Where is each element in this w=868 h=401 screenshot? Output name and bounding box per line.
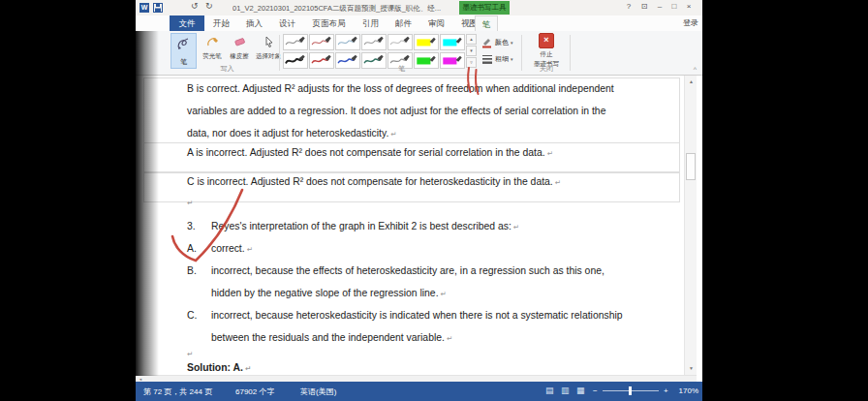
line-break-mark: ↵: [245, 364, 251, 373]
ribbon-pen-tab-panel: 笔 荧光笔 橡皮擦 选择对象 写入 ▴ ▾ ▿: [136, 31, 702, 76]
help-button[interactable]: ?: [622, 2, 636, 11]
doc-line-solution: Solution: A.↵: [187, 362, 251, 373]
gallery-scroll-up-button[interactable]: ▴: [466, 34, 477, 45]
highlighter-style-swatch[interactable]: [414, 34, 439, 50]
zoom-in-button[interactable]: +: [664, 386, 668, 395]
eraser-button[interactable]: 橡皮擦: [227, 34, 252, 61]
zoom-level[interactable]: 170%: [679, 386, 698, 395]
write-group-label: 写入: [170, 64, 284, 74]
pen-style-swatch[interactable]: [309, 34, 334, 50]
cursor-arrow-icon: [263, 35, 275, 47]
doc-line: B.incorrect, because the effects of hete…: [187, 265, 604, 276]
line-break-mark: ↵: [247, 245, 253, 254]
web-layout-view-icon[interactable]: ▦: [576, 386, 585, 395]
ink-color-icon: [481, 37, 493, 48]
paragraph-mark: ↵: [187, 350, 193, 358]
eraser-button-label: 橡皮擦: [227, 52, 252, 61]
group-divider: [521, 35, 522, 71]
doc-line: variables are added to a regression. It …: [187, 106, 605, 116]
chevron-down-icon: ▾: [511, 56, 513, 62]
stop-inking-icon: ×: [539, 33, 554, 48]
pen-icon: [176, 37, 191, 51]
collapse-ribbon-icon[interactable]: ^: [694, 66, 697, 73]
ink-color-button[interactable]: 颜色 ▾: [481, 37, 513, 48]
word-window: W ↺ ↻ 01_V2_20210301_202105CFA二级百题预测_授课版…: [136, 0, 702, 401]
highlighter-icon: [206, 35, 219, 47]
tab-mailings[interactable]: 邮件: [388, 15, 419, 31]
zoom-out-button[interactable]: −: [593, 386, 598, 395]
highlighter-style-swatch[interactable]: [440, 34, 465, 50]
title-bar: W ↺ ↻ 01_V2_20210301_202105CFA二级百题预测_授课版…: [136, 0, 702, 15]
document-area[interactable]: B is correct. Adjusted R² adjusts for th…: [136, 76, 684, 375]
doc-line: hidden by the negative slope of the regr…: [211, 288, 447, 298]
minimize-button[interactable]: –: [653, 2, 666, 11]
paragraph-mark: ↵: [187, 199, 193, 207]
pens-group-label: 笔: [283, 64, 520, 74]
ink-tools-contextual-label: 墨迹书写工具: [459, 1, 510, 15]
ink-color-label: 颜色: [495, 38, 509, 47]
status-bar: 第 72 页，共 244 页 67902 个字 英语(美国) ▤ ▥ ▦ − +…: [136, 382, 702, 401]
tab-page-layout[interactable]: 页面布局: [304, 15, 354, 31]
doc-line: C is incorrect. Adjusted R² does not com…: [187, 176, 561, 187]
highlighter-button-label: 荧光笔: [200, 52, 225, 61]
ribbon-display-options-button[interactable]: ⊡: [637, 2, 651, 11]
pen-style-swatch[interactable]: [388, 34, 413, 50]
line-break-mark: ↵: [513, 223, 519, 231]
line-break-mark: ↵: [447, 334, 452, 343]
document-title: 01_V2_20210301_202105CFA二级百题预测_授课版_职伦、经.…: [232, 4, 441, 14]
doc-line: between the residuals and the independen…: [211, 332, 452, 343]
doc-line: data, nor does it adjust for heteroskeda…: [187, 128, 397, 139]
scroll-up-icon[interactable]: ▲: [686, 77, 697, 87]
line-break-mark: ↵: [555, 178, 561, 187]
pen-style-swatch[interactable]: [335, 34, 360, 50]
doc-line: A is incorrect. Adjusted R² does not com…: [187, 147, 553, 158]
highlighter-button[interactable]: 荧光笔: [200, 34, 225, 61]
doc-line: B is correct. Adjusted R² adjusts for th…: [187, 83, 614, 94]
pen-style-swatch[interactable]: [361, 34, 387, 50]
close-button[interactable]: ×: [682, 2, 696, 11]
restore-button[interactable]: □: [667, 2, 681, 11]
redo-icon[interactable]: ↻: [205, 1, 213, 11]
tab-pen-contextual[interactable]: 笔: [475, 15, 498, 31]
scrollbar-thumb[interactable]: [686, 153, 696, 180]
chevron-down-icon: ▾: [511, 40, 513, 46]
undo-icon[interactable]: ↺: [191, 1, 199, 11]
doc-line: 3.Reyes's interpretation of the graph in…: [187, 221, 519, 231]
doc-line: C.incorrect, because heteroskedasticity …: [187, 310, 623, 321]
word-logo-icon: W: [140, 3, 149, 13]
stop-inking-label-1: 停止: [526, 50, 567, 58]
zoom-slider-handle[interactable]: [629, 386, 632, 395]
word-count[interactable]: 67902 个字: [235, 386, 274, 397]
scroll-down-icon[interactable]: ▼: [686, 363, 697, 374]
print-layout-view-icon[interactable]: ▥: [561, 386, 570, 395]
tab-home[interactable]: 开始: [205, 15, 237, 31]
line-break-mark: ↵: [547, 149, 553, 158]
doc-line: A.correct.↵: [187, 243, 253, 254]
tab-references[interactable]: 引用: [355, 15, 387, 31]
ink-thickness-label: 粗细: [495, 54, 509, 64]
sign-in-link[interactable]: 登录: [683, 15, 698, 31]
line-break-mark: ↵: [390, 130, 396, 139]
tab-insert[interactable]: 插入: [238, 15, 270, 31]
ribbon-tab-row: 文件 开始 插入 设计 页面布局 引用 邮件 审阅 视图 笔 登录: [136, 15, 702, 31]
horizontal-scrollbar[interactable]: ◄: [136, 375, 697, 382]
close-group-label: 关闭: [526, 64, 567, 74]
vertical-scrollbar[interactable]: ▲ ▼: [684, 76, 697, 375]
line-break-mark: ↵: [441, 290, 447, 298]
language-indicator[interactable]: 英语(美国): [300, 386, 336, 397]
pen-style-swatch[interactable]: [283, 34, 308, 50]
group-divider: [279, 35, 280, 71]
tab-design[interactable]: 设计: [271, 15, 303, 31]
eraser-icon: [233, 35, 246, 47]
read-mode-view-icon[interactable]: ▤: [545, 386, 554, 395]
page-indicator[interactable]: 第 72 页，共 244 页: [143, 386, 212, 397]
gallery-scroll-down-button[interactable]: ▾: [466, 46, 477, 56]
tab-file[interactable]: 文件: [170, 15, 204, 31]
save-icon[interactable]: [153, 3, 163, 13]
group-divider: [570, 35, 571, 71]
tab-review[interactable]: 审阅: [420, 15, 452, 31]
